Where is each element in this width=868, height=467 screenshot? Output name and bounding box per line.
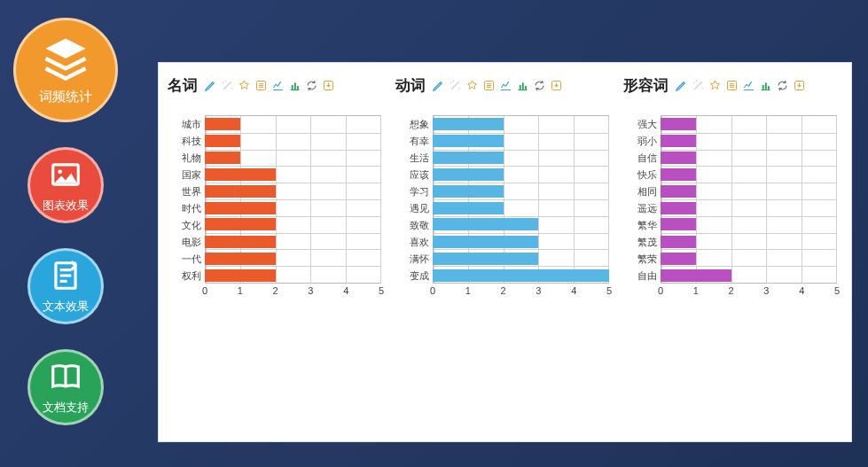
refresh-icon[interactable]	[304, 79, 318, 93]
book-icon	[49, 360, 82, 400]
category-label: 权利	[182, 269, 205, 282]
x-tick: 2	[273, 285, 278, 296]
x-axis: 012345	[205, 284, 381, 300]
bar	[205, 152, 240, 164]
bar	[661, 118, 696, 130]
list-icon[interactable]	[254, 79, 268, 93]
list-icon[interactable]	[724, 79, 739, 93]
sidebar-btn-2[interactable]: 文本效果	[27, 248, 104, 324]
category-label: 相同	[637, 184, 661, 198]
bar	[433, 236, 538, 248]
sidebar-btn-3[interactable]: 文档支持	[27, 349, 104, 425]
chart-plot: 城市科技礼物国家世界时代文化电影一代权利	[205, 115, 381, 284]
x-tick: 3	[536, 285, 541, 296]
list-icon[interactable]	[481, 79, 496, 93]
x-tick: 1	[238, 285, 243, 296]
chart-title: 形容词	[623, 75, 669, 96]
bar	[433, 118, 504, 130]
category-label: 快乐	[637, 167, 661, 181]
category-label: 世界	[182, 184, 205, 198]
x-tick: 3	[308, 285, 313, 296]
save-icon[interactable]	[321, 79, 335, 93]
chart-column-1: 动词想象有幸生活应该学习遇见致敬喜欢满怀变成012345	[395, 75, 614, 424]
wand-icon[interactable]	[691, 79, 705, 93]
category-label: 变成	[410, 269, 433, 282]
sidebar-label: 文档支持	[43, 400, 89, 416]
x-tick: 5	[379, 285, 384, 296]
sidebar-btn-1[interactable]: 图表效果	[27, 147, 104, 223]
x-tick: 2	[501, 285, 506, 296]
save-icon[interactable]	[792, 79, 806, 93]
x-tick: 5	[834, 285, 840, 296]
refresh-icon[interactable]	[775, 79, 789, 93]
category-label: 强大	[637, 117, 661, 130]
category-label: 科技	[182, 134, 205, 147]
category-label: 满怀	[410, 252, 433, 265]
category-label: 致敬	[410, 218, 433, 231]
category-label: 想象	[410, 117, 433, 130]
bar	[205, 218, 276, 230]
star-icon[interactable]	[708, 79, 722, 93]
svg-rect-11	[525, 86, 527, 90]
category-label: 遥远	[637, 201, 661, 214]
category-label: 繁茂	[637, 235, 661, 248]
category-label: 生活	[410, 151, 433, 164]
bar	[205, 236, 276, 248]
category-label: 礼物	[182, 151, 205, 164]
wand-icon[interactable]	[220, 79, 234, 93]
pencil-icon[interactable]	[431, 79, 445, 93]
barchart-icon[interactable]	[515, 79, 529, 93]
wand-icon[interactable]	[448, 79, 462, 93]
note-icon	[49, 259, 82, 299]
star-icon[interactable]	[465, 79, 479, 93]
sidebar: 词频统计图表效果文本效果文档支持	[12, 18, 119, 450]
x-tick: 4	[571, 285, 576, 296]
category-label: 城市	[182, 117, 205, 130]
svg-rect-10	[521, 82, 523, 90]
category-label: 国家	[182, 167, 205, 181]
bar	[433, 135, 504, 147]
category-label: 时代	[182, 201, 205, 214]
bar	[205, 118, 240, 130]
category-label: 文化	[182, 218, 205, 231]
barchart-icon[interactable]	[287, 79, 301, 93]
x-tick: 4	[799, 285, 804, 296]
barchart-icon[interactable]	[758, 79, 772, 93]
bar	[661, 218, 696, 230]
category-label: 弱小	[637, 134, 661, 147]
category-label: 喜欢	[410, 235, 433, 248]
x-tick: 5	[606, 285, 612, 296]
bar	[205, 269, 276, 282]
sidebar-btn-0[interactable]: 词频统计	[13, 18, 118, 122]
sidebar-label: 词频统计	[39, 89, 92, 105]
bar	[661, 168, 696, 181]
linechart-icon[interactable]	[741, 79, 755, 93]
pencil-icon[interactable]	[203, 79, 217, 93]
bar	[433, 185, 504, 198]
bar	[661, 135, 696, 147]
sidebar-label: 文本效果	[43, 299, 89, 315]
x-tick: 0	[430, 285, 435, 296]
x-tick: 1	[693, 285, 699, 296]
x-tick: 3	[763, 285, 769, 296]
bar	[433, 168, 504, 181]
linechart-icon[interactable]	[498, 79, 512, 93]
star-icon[interactable]	[237, 79, 251, 93]
x-tick: 0	[202, 285, 207, 296]
chart-header: 名词	[168, 75, 387, 96]
x-tick: 4	[343, 285, 348, 296]
sidebar-label: 图表效果	[43, 198, 89, 214]
bar	[661, 185, 696, 198]
bar	[433, 253, 538, 265]
svg-rect-6	[297, 86, 299, 90]
linechart-icon[interactable]	[270, 79, 285, 93]
bar	[205, 168, 276, 181]
bar	[205, 202, 276, 214]
category-label: 应该	[410, 167, 433, 181]
pencil-icon[interactable]	[674, 79, 688, 93]
category-label: 学习	[410, 184, 433, 198]
save-icon[interactable]	[549, 79, 563, 93]
refresh-icon[interactable]	[532, 79, 546, 93]
svg-rect-9	[519, 85, 520, 90]
bar	[661, 152, 696, 164]
